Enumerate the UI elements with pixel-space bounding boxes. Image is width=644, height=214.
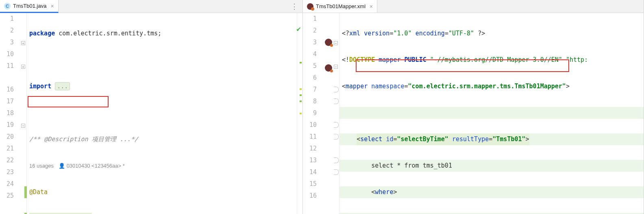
tab-actions-menu[interactable]: ⋮	[286, 2, 302, 11]
right-editor[interactable]: 12345678910111213141516 − − <?xml vers	[303, 13, 644, 214]
right-code[interactable]: <?xml version="1.0" encoding="UTF-8" ?> …	[339, 13, 644, 214]
fold-toggle-icon[interactable]: −	[334, 65, 338, 69]
left-editor-pane: C TmsTb01.java × ⋮ 123101116171819202122…	[0, 0, 303, 214]
left-marker-rail[interactable]: ✔	[297, 13, 302, 214]
close-icon[interactable]: ×	[370, 3, 373, 10]
fold-handle-icon[interactable]	[334, 134, 339, 140]
left-tabbar: C TmsTb01.java × ⋮	[0, 0, 302, 13]
fold-toggle-icon[interactable]: +	[21, 41, 25, 45]
fold-handle-icon[interactable]	[334, 98, 339, 104]
tab-label: TmsTb01.java	[13, 3, 46, 9]
mybatis-nav-icon[interactable]	[325, 39, 332, 46]
right-fold-gutter: − −	[334, 13, 339, 214]
fold-toggle-icon[interactable]: −	[334, 41, 338, 45]
usages-hint[interactable]: 16 usages	[29, 163, 54, 169]
fold-handle-icon[interactable]	[334, 122, 339, 128]
left-line-gutter: 123101116171819202122232425	[0, 13, 21, 214]
left-editor[interactable]: 123101116171819202122232425 + + − packag…	[0, 13, 302, 214]
left-fold-gutter: + + −	[21, 13, 27, 214]
right-line-gutter: 12345678910111213141516	[303, 13, 324, 214]
java-class-icon: C	[4, 3, 11, 9]
highlight-box	[28, 96, 109, 107]
right-tabbar: TmsTb01Mapper.xml ×	[303, 0, 644, 13]
tab-tmstb01-java[interactable]: C TmsTb01.java ×	[0, 0, 59, 13]
right-editor-pane: TmsTb01Mapper.xml × 12345678910111213141…	[303, 0, 644, 214]
folded-region[interactable]: ...	[55, 82, 70, 90]
fold-handle-icon[interactable]	[334, 157, 339, 163]
tab-tmstb01mapper-xml[interactable]: TmsTb01Mapper.xml ×	[303, 0, 377, 13]
right-icon-gutter	[324, 13, 334, 214]
fold-toggle-icon[interactable]: −	[21, 124, 25, 128]
close-icon[interactable]: ×	[50, 3, 54, 9]
tab-label: TmsTb01Mapper.xml	[316, 3, 366, 9]
fold-toggle-icon[interactable]: +	[21, 65, 25, 69]
left-code[interactable]: package com.electric.srm.entity.tms; imp…	[27, 13, 297, 214]
mybatis-nav-icon[interactable]	[325, 64, 332, 72]
fold-handle-icon[interactable]	[334, 169, 339, 175]
mybatis-file-icon	[307, 3, 313, 10]
fold-handle-icon[interactable]	[334, 87, 339, 92]
author-annotation[interactable]: 👤 03010430 <123456aa> *	[59, 163, 125, 169]
